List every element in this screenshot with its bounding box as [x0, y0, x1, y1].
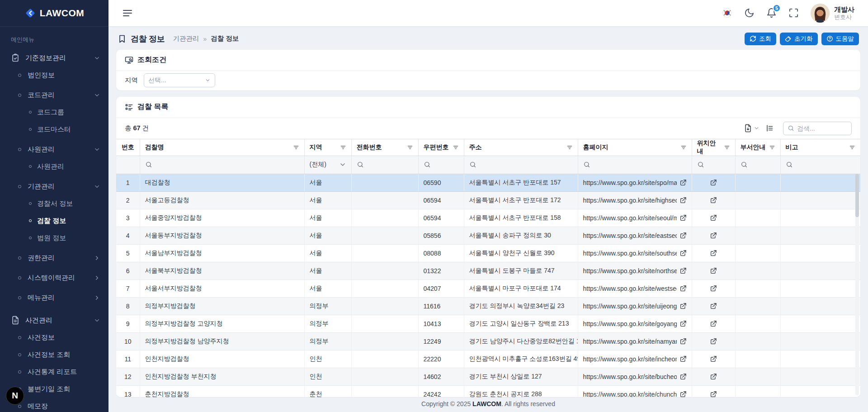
- sidebar-item-employee-mgmt[interactable]: 사원관리: [0, 141, 108, 158]
- reset-button[interactable]: 초기화: [780, 33, 818, 45]
- homepage-url[interactable]: https://www.spo.go.kr/site/westseou...: [583, 285, 677, 292]
- sidebar-item-menu-mgmt[interactable]: 메뉴관리: [0, 289, 108, 306]
- table-row[interactable]: 6서울북부지방검찰청서울01322서울특별시 도봉구 마들로 747https:…: [116, 262, 860, 279]
- language-flag-button[interactable]: [722, 8, 732, 18]
- table-row[interactable]: 12인천지방검찰청 부천지청인천14602경기도 부천시 상일로 127http…: [116, 368, 860, 385]
- filter-name[interactable]: [140, 156, 304, 174]
- homepage-url[interactable]: https://www.spo.go.kr/site/chunche...: [583, 391, 677, 397]
- external-link-icon[interactable]: [679, 285, 687, 292]
- sidebar-item-court-info[interactable]: 법원 정보: [0, 229, 108, 246]
- table-row[interactable]: 13춘천지방검찰청춘천24242강원도 춘천시 공지로 288https://w…: [116, 385, 860, 397]
- filter-address[interactable]: [464, 156, 578, 174]
- external-link-icon[interactable]: [679, 179, 687, 186]
- external-link-icon[interactable]: [710, 373, 717, 380]
- sidebar-item-authority-mgmt[interactable]: 권한관리: [0, 249, 108, 266]
- homepage-url[interactable]: https://www.spo.go.kr/site/southseo...: [583, 250, 677, 257]
- logo[interactable]: LAWCOM: [0, 0, 108, 27]
- sidebar-item-case-stats-report[interactable]: 사건통계 리포트: [0, 363, 108, 380]
- export-button[interactable]: [744, 124, 760, 133]
- search-button[interactable]: 조회: [745, 33, 776, 45]
- filter-homepage[interactable]: [578, 156, 692, 174]
- filter-lines-icon[interactable]: [407, 144, 413, 151]
- external-link-icon[interactable]: [679, 232, 687, 239]
- col-header-zip[interactable]: 우편번호: [418, 139, 464, 156]
- external-link-icon[interactable]: [710, 320, 717, 327]
- table-scrollbar[interactable]: [855, 174, 859, 395]
- sidebar-item-system-history-mgmt[interactable]: 시스템이력관리: [0, 269, 108, 286]
- filter-lines-icon[interactable]: [680, 144, 687, 151]
- col-header-no[interactable]: 번호: [116, 139, 140, 156]
- homepage-url[interactable]: https://www.spo.go.kr/site/namyang...: [583, 338, 677, 345]
- menu-toggle-button[interactable]: [122, 7, 134, 19]
- sidebar-item-case-info[interactable]: 사건정보: [0, 329, 108, 346]
- sidebar-item-base-info-mgmt[interactable]: 기준정보관리: [0, 49, 108, 66]
- filter-lines-icon[interactable]: [724, 144, 730, 151]
- table-row[interactable]: 7서울서부지방검찰청서울04207서울특별시 마포구 마포대로 174https…: [116, 279, 860, 297]
- external-link-icon[interactable]: [710, 391, 717, 397]
- region-select[interactable]: 선택...: [144, 73, 215, 87]
- sidebar-item-code-group[interactable]: 코드그룹: [0, 104, 108, 121]
- col-header-dept[interactable]: 부서안내: [735, 139, 780, 156]
- homepage-url[interactable]: https://www.spo.go.kr/site/highseou...: [583, 197, 677, 204]
- filter-region[interactable]: (전체): [304, 156, 351, 174]
- filter-phone[interactable]: [351, 156, 418, 174]
- homepage-url[interactable]: https://www.spo.go.kr/site/northseo...: [583, 267, 677, 275]
- col-header-note[interactable]: 비고: [780, 139, 860, 156]
- table-row[interactable]: 10의정부지방검찰청 남양주지청의정부12249경기도 남양주시 다산중앙로82…: [116, 332, 860, 350]
- table-row[interactable]: 1대검찰청서울06590서울특별시 서초구 반포대로 157https://ww…: [116, 174, 860, 191]
- table-row[interactable]: 11인천지방검찰청인천22220인천광역시 미추홀구 소성로163번길 49ht…: [116, 350, 860, 368]
- help-button[interactable]: 도움말: [821, 33, 859, 45]
- external-link-icon[interactable]: [679, 320, 687, 327]
- external-link-icon[interactable]: [710, 250, 717, 257]
- columns-icon[interactable]: [765, 124, 774, 133]
- table-row[interactable]: 5서울남부지방검찰청서울08088서울특별시 양천구 신월로 390https:…: [116, 244, 860, 262]
- filter-lines-icon[interactable]: [849, 144, 855, 151]
- col-header-address[interactable]: 주소: [464, 139, 578, 156]
- external-link-icon[interactable]: [710, 355, 717, 363]
- external-link-icon[interactable]: [679, 303, 687, 310]
- homepage-url[interactable]: https://www.spo.go.kr/site/seoul/ma...: [583, 214, 677, 222]
- notifications-button[interactable]: 5: [766, 8, 777, 18]
- external-link-icon[interactable]: [679, 267, 687, 275]
- nextjs-dev-badge[interactable]: N: [6, 387, 24, 405]
- external-link-icon[interactable]: [710, 232, 717, 239]
- external-link-icon[interactable]: [710, 179, 717, 186]
- sidebar-item-case-info-search[interactable]: 사건정보 조회: [0, 346, 108, 363]
- sidebar-item-org-mgmt[interactable]: 기관관리: [0, 178, 108, 195]
- col-header-phone[interactable]: 전화번호: [351, 139, 418, 156]
- table-row[interactable]: 8의정부지방검찰청의정부11616경기도 의정부시 녹양로34번길 23http…: [116, 297, 860, 315]
- external-link-icon[interactable]: [679, 373, 687, 380]
- table-row[interactable]: 9의정부지방검찰청 고양지청의정부10413경기도 고양시 일산동구 장백로 2…: [116, 315, 860, 332]
- external-link-icon[interactable]: [679, 338, 687, 345]
- filter-lines-icon[interactable]: [340, 144, 346, 151]
- scrollbar-thumb[interactable]: [855, 174, 859, 217]
- external-link-icon[interactable]: [710, 285, 717, 292]
- external-link-icon[interactable]: [710, 303, 717, 310]
- external-link-icon[interactable]: [679, 214, 687, 222]
- sidebar-item-case-mgmt[interactable]: 사건관리: [0, 312, 108, 329]
- filter-note[interactable]: [780, 156, 860, 174]
- col-header-region[interactable]: 지역: [304, 139, 351, 156]
- homepage-url[interactable]: https://www.spo.go.kr/site/goyang/...: [583, 320, 677, 327]
- col-header-location[interactable]: 위치안내: [692, 139, 735, 156]
- fullscreen-button[interactable]: [788, 8, 799, 18]
- filter-location[interactable]: [692, 156, 735, 174]
- external-link-icon[interactable]: [679, 197, 687, 204]
- dark-mode-toggle[interactable]: [744, 8, 755, 18]
- external-link-icon[interactable]: [710, 197, 717, 204]
- filter-lines-icon[interactable]: [566, 144, 573, 151]
- homepage-url[interactable]: https://www.spo.go.kr/site/spo/main...: [583, 179, 677, 186]
- external-link-icon[interactable]: [679, 355, 687, 363]
- sidebar-item-police-info[interactable]: 경찰서 정보: [0, 195, 108, 212]
- user-menu[interactable]: 개발사 변호사: [811, 4, 854, 23]
- homepage-url[interactable]: https://www.spo.go.kr/site/incheon/...: [583, 355, 677, 363]
- col-header-homepage[interactable]: 홈페이지: [578, 139, 692, 156]
- table-search-input[interactable]: [797, 125, 847, 132]
- breadcrumb-parent[interactable]: 기관관리: [173, 34, 199, 43]
- homepage-url[interactable]: https://www.spo.go.kr/site/uijeongb...: [583, 303, 677, 310]
- table-row[interactable]: 2서울고등검찰청서울06594서울특별시 서초구 반포대로 172https:/…: [116, 191, 860, 209]
- col-header-name[interactable]: 검찰명: [140, 139, 304, 156]
- filter-zip[interactable]: [418, 156, 464, 174]
- region-column-filter[interactable]: (전체): [310, 161, 346, 169]
- external-link-icon[interactable]: [679, 391, 687, 397]
